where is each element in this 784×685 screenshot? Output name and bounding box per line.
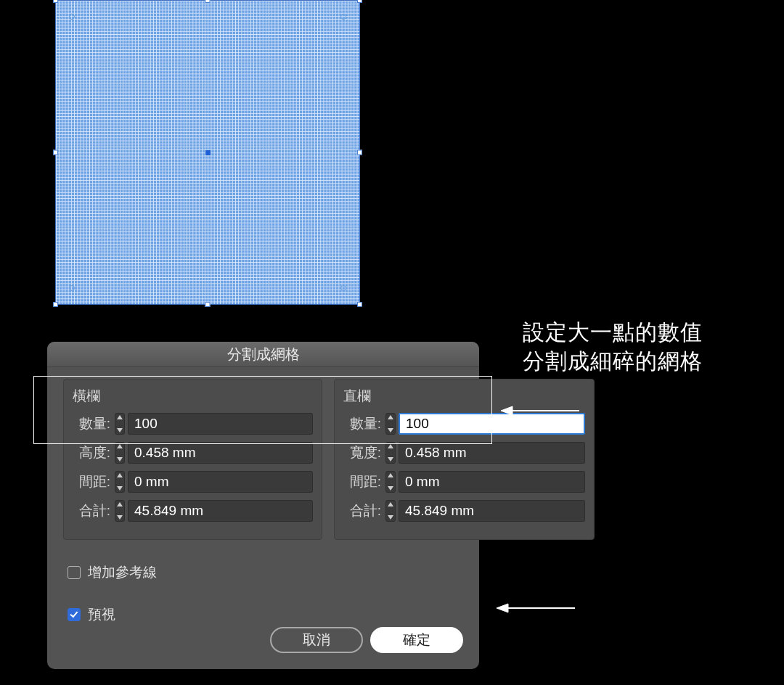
rows-total-label: 合計: <box>73 501 110 520</box>
preview-row[interactable]: 預視 <box>68 605 463 624</box>
svg-marker-2 <box>117 444 123 448</box>
cancel-button[interactable]: 取消 <box>270 627 363 653</box>
svg-marker-10 <box>388 444 393 448</box>
chevron-down-icon <box>117 428 123 432</box>
rows-count-label: 數量: <box>73 414 110 433</box>
resize-handle-icon[interactable] <box>357 0 362 3</box>
canvas-selected-object[interactable] <box>55 0 360 305</box>
chevron-up-icon <box>388 444 393 448</box>
cols-count-stepper[interactable] <box>385 413 396 435</box>
svg-marker-3 <box>117 457 123 462</box>
svg-marker-0 <box>117 415 123 419</box>
rows-gutter-stepper[interactable] <box>115 471 125 493</box>
cols-gutter-label: 間距: <box>343 472 381 491</box>
svg-marker-9 <box>388 428 393 432</box>
rows-height-row: 高度: <box>73 442 313 464</box>
chevron-down-icon <box>388 486 393 491</box>
chevron-up-icon <box>117 415 123 419</box>
rotate-handle-icon[interactable] <box>69 285 75 291</box>
chevron-down-icon <box>388 457 393 462</box>
annotation-line2: 分割成細碎的網格 <box>523 347 703 376</box>
rows-total-input[interactable] <box>128 500 313 522</box>
split-into-grid-dialog: 分割成網格 橫欄 數量: 高度: <box>47 342 479 669</box>
rotate-handle-icon[interactable] <box>340 285 346 291</box>
svg-marker-4 <box>117 473 123 477</box>
resize-handle-icon[interactable] <box>53 302 58 307</box>
chevron-down-icon <box>117 486 123 491</box>
svg-marker-7 <box>117 515 123 520</box>
cols-count-label: 數量: <box>343 414 381 433</box>
rotate-handle-icon[interactable] <box>340 14 346 20</box>
rows-group: 橫欄 數量: 高度: <box>63 379 322 540</box>
rows-group-title: 橫欄 <box>73 387 313 406</box>
add-guides-checkbox[interactable] <box>68 566 81 579</box>
rows-count-input[interactable] <box>128 413 313 435</box>
rows-height-label: 高度: <box>73 443 110 462</box>
resize-handle-icon[interactable] <box>205 302 211 307</box>
chevron-up-icon <box>117 473 123 477</box>
cols-total-label: 合計: <box>343 501 381 520</box>
annotation-line1: 設定大一點的數值 <box>523 318 703 347</box>
rows-gutter-input[interactable] <box>128 471 313 493</box>
cols-width-label: 寬度: <box>343 443 381 462</box>
svg-marker-14 <box>388 502 393 506</box>
svg-marker-8 <box>388 415 393 419</box>
ok-button[interactable]: 確定 <box>370 627 463 653</box>
chevron-down-icon <box>388 428 393 432</box>
cols-width-input[interactable] <box>399 442 585 464</box>
rows-height-input[interactable] <box>128 442 313 464</box>
cols-total-stepper[interactable] <box>385 500 396 522</box>
cols-width-stepper[interactable] <box>385 442 396 464</box>
rotate-handle-icon[interactable] <box>69 14 75 20</box>
rows-total-row: 合計: <box>73 500 313 522</box>
rows-count-stepper[interactable] <box>115 413 125 435</box>
chevron-up-icon <box>117 502 123 506</box>
resize-handle-icon[interactable] <box>53 0 58 3</box>
preview-label: 預視 <box>88 605 115 624</box>
rows-total-stepper[interactable] <box>115 500 125 522</box>
rows-height-stepper[interactable] <box>115 442 125 464</box>
resize-handle-icon[interactable] <box>205 0 211 3</box>
arrow-left-icon <box>497 601 576 615</box>
rows-count-row: 數量: <box>73 413 313 435</box>
chevron-up-icon <box>388 473 393 477</box>
add-guides-row[interactable]: 增加參考線 <box>68 563 463 582</box>
chevron-down-icon <box>117 515 123 520</box>
center-point-icon[interactable] <box>205 150 211 155</box>
svg-marker-11 <box>388 457 393 462</box>
resize-handle-icon[interactable] <box>357 150 362 155</box>
cols-gutter-stepper[interactable] <box>385 471 396 493</box>
resize-handle-icon[interactable] <box>53 150 58 155</box>
chevron-up-icon <box>388 502 393 506</box>
svg-marker-6 <box>117 502 123 506</box>
chevron-up-icon <box>388 415 393 419</box>
dialog-title: 分割成網格 <box>47 342 479 367</box>
annotation-text: 設定大一點的數值 分割成細碎的網格 <box>523 318 703 376</box>
add-guides-label: 增加參考線 <box>88 563 157 582</box>
svg-marker-12 <box>388 473 393 477</box>
svg-marker-17 <box>501 406 513 415</box>
svg-marker-15 <box>388 515 393 520</box>
cols-gutter-input[interactable] <box>399 471 585 493</box>
resize-handle-icon[interactable] <box>357 302 362 307</box>
cols-width-row: 寬度: <box>343 442 585 464</box>
cols-total-row: 合計: <box>343 500 585 522</box>
svg-marker-1 <box>117 428 123 432</box>
svg-marker-5 <box>117 486 123 491</box>
chevron-down-icon <box>117 457 123 462</box>
preview-checkbox[interactable] <box>68 608 81 621</box>
cols-total-input[interactable] <box>399 500 585 522</box>
svg-marker-19 <box>497 604 508 612</box>
chevron-up-icon <box>117 444 123 448</box>
arrow-left-icon <box>501 403 581 418</box>
grid-preview-rect <box>55 0 360 305</box>
rows-gutter-row: 間距: <box>73 471 313 493</box>
chevron-down-icon <box>388 515 393 520</box>
rows-gutter-label: 間距: <box>73 472 110 491</box>
svg-marker-13 <box>388 486 393 491</box>
cols-gutter-row: 間距: <box>343 471 585 493</box>
